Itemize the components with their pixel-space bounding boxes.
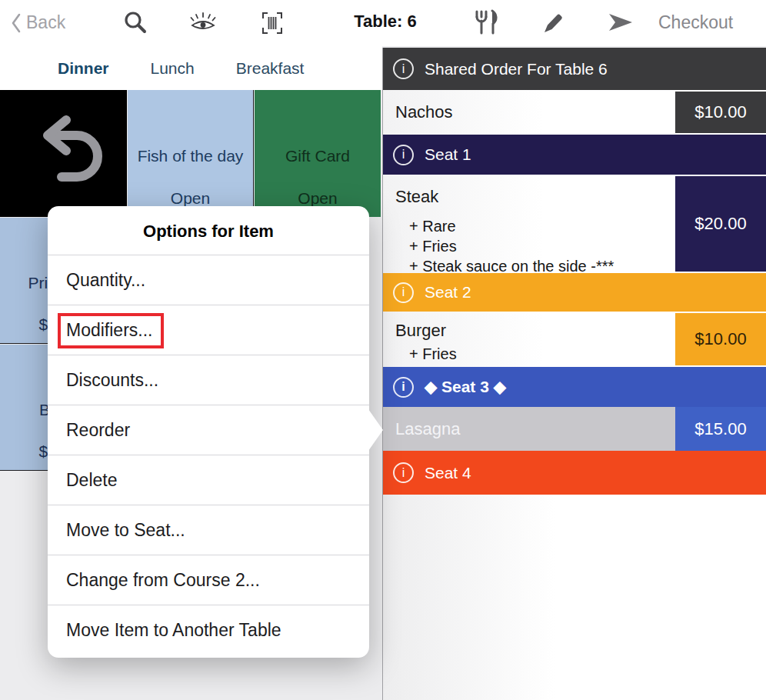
pos-screen: Back bbox=[0, 0, 766, 700]
back-label: Back bbox=[26, 12, 65, 33]
back-tile[interactable] bbox=[0, 90, 127, 217]
menu-tabs: Dinner Lunch Breakfast bbox=[0, 46, 382, 90]
item-price: $10.00 bbox=[675, 313, 766, 365]
tile-label: Gift Card bbox=[255, 147, 381, 165]
annotation-highlight-box bbox=[58, 313, 164, 348]
order-panel: i Shared Order For Table 6 Nachos $10.00… bbox=[382, 48, 766, 700]
info-icon[interactable]: i bbox=[393, 282, 414, 303]
seat-label: Seat 2 bbox=[425, 283, 471, 302]
info-glyph: i bbox=[402, 62, 405, 76]
options-popover: Options for Item Quantity... Modifiers..… bbox=[48, 206, 369, 658]
seat-4-header[interactable]: i Seat 4 bbox=[383, 451, 766, 495]
back-button[interactable]: Back bbox=[11, 12, 65, 33]
info-glyph: i bbox=[401, 380, 405, 394]
utensils-icon bbox=[473, 9, 499, 35]
item-price: $10.00 bbox=[675, 92, 766, 133]
search-button[interactable] bbox=[123, 10, 148, 37]
menu-tile-fish-of-the-day[interactable]: Fish of the day Open bbox=[128, 90, 254, 217]
info-icon[interactable]: i bbox=[393, 462, 414, 483]
popover-item-move-to-seat[interactable]: Move to Seat... bbox=[48, 505, 369, 555]
pencil-icon bbox=[541, 12, 565, 35]
item-price: $20.00 bbox=[675, 176, 766, 272]
chevron-left-icon bbox=[11, 13, 22, 33]
info-glyph: i bbox=[402, 148, 405, 162]
popover-title: Options for Item bbox=[48, 206, 369, 255]
search-icon bbox=[123, 10, 148, 35]
utensils-button[interactable] bbox=[473, 9, 499, 38]
info-icon[interactable]: i bbox=[393, 377, 414, 398]
eye-button[interactable] bbox=[189, 12, 217, 35]
popover-item-reorder[interactable]: Reorder bbox=[48, 405, 369, 455]
info-glyph: i bbox=[402, 285, 405, 299]
checkout-button[interactable]: Checkout bbox=[658, 12, 733, 33]
order-item-steak[interactable]: Steak + Rare + Fries + Steak sauce on th… bbox=[383, 175, 766, 273]
table-title: Table: 6 bbox=[335, 12, 435, 32]
info-icon[interactable]: i bbox=[393, 145, 414, 165]
popover-item-delete[interactable]: Delete bbox=[48, 455, 369, 505]
info-glyph: i bbox=[402, 466, 405, 480]
info-icon[interactable]: i bbox=[393, 58, 414, 79]
order-header[interactable]: i Shared Order For Table 6 bbox=[383, 48, 766, 90]
seat-label: Seat 1 bbox=[425, 145, 471, 164]
item-price: $15.00 bbox=[675, 407, 766, 451]
seat-label: ◆ Seat 3 ◆ bbox=[425, 378, 506, 396]
send-order-button[interactable] bbox=[608, 12, 634, 35]
tab-lunch[interactable]: Lunch bbox=[151, 59, 195, 78]
send-icon bbox=[608, 12, 634, 33]
toolbar: Back bbox=[0, 0, 766, 46]
order-item-burger[interactable]: Burger + Fries $10.00 bbox=[383, 312, 766, 367]
order-item-lasagna-selected[interactable]: Lasagna $15.00 bbox=[383, 407, 766, 451]
seat-label: Seat 4 bbox=[425, 464, 471, 482]
order-header-label: Shared Order For Table 6 bbox=[425, 60, 608, 78]
popover-item-discounts[interactable]: Discounts... bbox=[48, 355, 369, 405]
barcode-scan-icon bbox=[260, 11, 285, 35]
popover-item-move-to-table[interactable]: Move Item to Another Table bbox=[48, 605, 369, 655]
tile-sub: Open bbox=[128, 189, 253, 208]
menu-tile-gift-card[interactable]: Gift Card Open bbox=[255, 90, 381, 217]
popover-item-change-course[interactable]: Change from Course 2... bbox=[48, 555, 369, 605]
popover-item-quantity[interactable]: Quantity... bbox=[48, 255, 369, 305]
tab-dinner[interactable]: Dinner bbox=[58, 59, 109, 78]
popover-arrow bbox=[368, 409, 383, 451]
seat-1-header[interactable]: i Seat 1 bbox=[383, 135, 766, 175]
tile-label: Fish of the day bbox=[128, 147, 253, 165]
order-item-nachos[interactable]: Nachos $10.00 bbox=[383, 90, 766, 135]
seat-3-header[interactable]: i ◆ Seat 3 ◆ bbox=[383, 367, 766, 407]
seat-2-header[interactable]: i Seat 2 bbox=[383, 273, 766, 312]
tile-sub: Open bbox=[255, 189, 381, 208]
tab-breakfast[interactable]: Breakfast bbox=[236, 59, 305, 78]
eye-icon bbox=[189, 12, 217, 33]
edit-button[interactable] bbox=[541, 12, 565, 37]
barcode-scan-button[interactable] bbox=[260, 11, 285, 38]
return-arrow-icon bbox=[22, 115, 106, 192]
